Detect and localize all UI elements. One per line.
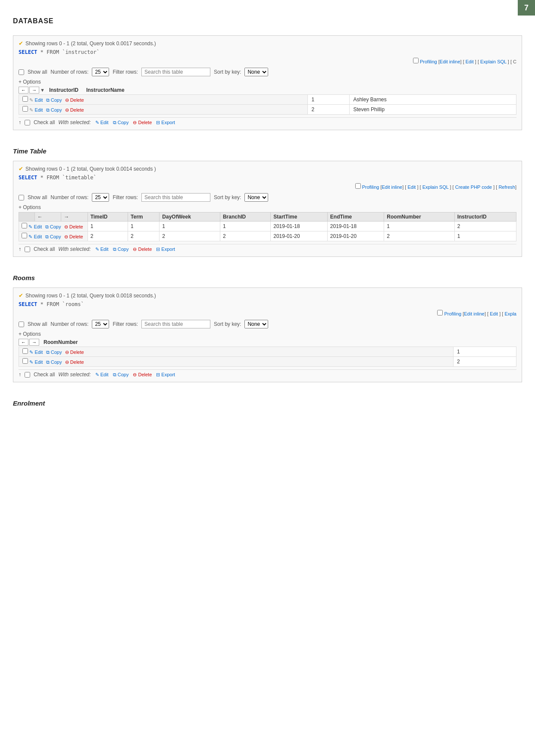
bottom-delete-btn[interactable]: ⊖ Delete: [133, 120, 152, 125]
col-term: Term: [128, 212, 160, 222]
timetable-col-checkbox: [19, 212, 35, 222]
timetable-back-arrow: ↑: [19, 246, 21, 252]
col-instructorid: InstructorID: [454, 212, 516, 222]
instructor-search-input[interactable]: [141, 68, 210, 76]
row-checkbox[interactable]: [22, 233, 27, 238]
delete-link[interactable]: ⊖ Delete: [65, 97, 84, 103]
timetable-copy-btn[interactable]: ⧉ Copy: [113, 247, 129, 252]
instructor-sort-select[interactable]: None: [244, 68, 268, 76]
rooms-heading: Rooms: [13, 274, 522, 281]
row-checkbox[interactable]: [22, 358, 28, 364]
edit-link[interactable]: ✎ Edit: [29, 359, 43, 365]
rooms-checkmark-icon: ✔: [19, 292, 23, 299]
timetable-bottom-bar: ↑ Check all With selected: ✎ Edit ⧉ Copy…: [19, 244, 516, 252]
sort-icon: ▼: [40, 87, 45, 93]
instructor-sql: SELECT * FROM `instructor`: [19, 49, 516, 55]
cell-roomnumber: 1: [454, 347, 516, 357]
check-all-checkbox[interactable]: [25, 120, 30, 125]
nav-right-btn[interactable]: →: [29, 87, 39, 94]
number-of-rows-select[interactable]: 25: [92, 68, 109, 76]
copy-link[interactable]: ⧉ Copy: [46, 107, 62, 112]
row-checkbox[interactable]: [22, 348, 28, 354]
instructor-bottom-bar: ↑ Check all With selected: ✎ Edit ⧉ Copy…: [19, 117, 516, 125]
rooms-copy-btn[interactable]: ⧉ Copy: [113, 372, 129, 378]
col-roomnumber: RoomNumber: [384, 212, 454, 222]
timetable-options[interactable]: + Options: [19, 204, 516, 210]
timetable-check-all[interactable]: [25, 247, 30, 252]
timetable-number-of-rows-select[interactable]: 25: [92, 193, 109, 202]
table-row: ✎ Edit ⧉ Copy ⊖ Delete 2 Steven Phillip: [19, 105, 516, 115]
timetable-show-all-checkbox[interactable]: [19, 195, 24, 200]
timetable-showing-row: ✔ Showing rows 0 - 1 (2 total, Query too…: [19, 166, 516, 172]
rooms-export-btn[interactable]: ⊟ Export: [156, 372, 175, 378]
bottom-edit-btn[interactable]: ✎ Edit: [95, 120, 109, 125]
timetable-search-input[interactable]: [141, 193, 210, 202]
profiling-checkbox[interactable]: [413, 58, 419, 63]
col-header-instructorid: InstructorID: [46, 87, 82, 93]
timetable-nav-right[interactable]: →: [61, 212, 88, 222]
cell-timeid: 1: [88, 222, 128, 231]
rooms-profiling: Profiling [Edit inline] [ Edit ] [ Expla: [19, 310, 516, 316]
delete-link[interactable]: ⊖ Delete: [64, 234, 83, 239]
copy-link[interactable]: ⧉ Copy: [45, 234, 61, 239]
show-all-checkbox[interactable]: [19, 69, 24, 75]
enrolment-section: Enrolment: [13, 400, 522, 407]
bottom-copy-btn[interactable]: ⧉ Copy: [113, 120, 129, 125]
rooms-check-all[interactable]: [25, 372, 30, 378]
cell-term: 1: [128, 222, 160, 231]
row-checkbox[interactable]: [22, 223, 27, 228]
copy-link[interactable]: ⧉ Copy: [46, 350, 62, 355]
rooms-table-nav: ← → RoomNumber: [19, 339, 516, 346]
cell-start: 2019-01-20: [271, 231, 328, 241]
bottom-export-btn[interactable]: ⊟ Export: [156, 120, 175, 125]
cell-room: 2: [384, 231, 454, 241]
delete-link[interactable]: ⊖ Delete: [64, 224, 83, 229]
timetable-profiling: Profiling [Edit inline] [ Edit ] [ Expla…: [19, 183, 516, 190]
rooms-bottom-bar: ↑ Check all With selected: ✎ Edit ⧉ Copy…: [19, 369, 516, 378]
row-actions: ✎ Edit ⧉ Copy ⊖ Delete: [19, 357, 454, 367]
edit-link[interactable]: ✎ Edit: [28, 234, 42, 239]
rooms-profiling-checkbox[interactable]: [437, 310, 443, 316]
rooms-delete-btn[interactable]: ⊖ Delete: [133, 372, 152, 378]
timetable-nav-left[interactable]: ←: [34, 212, 61, 222]
rooms-search-input[interactable]: [141, 320, 210, 328]
row-checkbox[interactable]: [22, 96, 28, 102]
rooms-table: ✎ Edit ⧉ Copy ⊖ Delete 1 ✎ Edit ⧉ Copy ⊖…: [19, 347, 516, 367]
timetable-table: ← → TimeID Term DayOfWeek BranchID Start…: [19, 212, 516, 241]
instructor-profiling: Profiling [Edit inline] [ Edit ] [ Expla…: [19, 58, 516, 64]
row-actions: ✎ Edit ⧉ Copy ⊖ Delete: [19, 95, 308, 105]
rooms-options[interactable]: + Options: [19, 331, 516, 337]
cell-timeid: 2: [88, 231, 128, 241]
rooms-nav-right-btn[interactable]: →: [29, 339, 39, 346]
edit-link[interactable]: ✎ Edit: [28, 224, 42, 229]
rooms-number-of-rows-select[interactable]: 25: [92, 320, 109, 328]
delete-link[interactable]: ⊖ Delete: [65, 359, 84, 365]
edit-link[interactable]: ✎ Edit: [29, 107, 43, 112]
copy-link[interactable]: ⧉ Copy: [46, 359, 62, 365]
delete-link[interactable]: ⊖ Delete: [65, 107, 84, 112]
instructor-controls: Show all Number of rows: 25 Filter rows:…: [19, 68, 516, 76]
rooms-edit-btn[interactable]: ✎ Edit: [95, 372, 109, 378]
edit-link[interactable]: ✎ Edit: [29, 350, 43, 355]
table-row: ✎ Edit ⧉ Copy ⊖ Delete 1 1 1 1 2019-01-1…: [19, 222, 516, 231]
col-header-roomnumber: RoomNumber: [40, 339, 81, 345]
nav-left-btn[interactable]: ←: [19, 87, 28, 94]
timetable-sort-select[interactable]: None: [244, 193, 268, 202]
timetable-heading: Time Table: [13, 147, 522, 155]
copy-link[interactable]: ⧉ Copy: [46, 97, 62, 103]
timetable-edit-btn[interactable]: ✎ Edit: [95, 247, 109, 252]
delete-link[interactable]: ⊖ Delete: [65, 350, 84, 355]
cell-roomnumber: 2: [454, 357, 516, 367]
row-checkbox[interactable]: [22, 106, 28, 112]
edit-link[interactable]: ✎ Edit: [29, 97, 43, 103]
table-row: ✎ Edit ⧉ Copy ⊖ Delete 2 2 2 2 2019-01-2…: [19, 231, 516, 241]
timetable-profiling-checkbox[interactable]: [355, 183, 361, 189]
rooms-showing-row: ✔ Showing rows 0 - 1 (2 total, Query too…: [19, 292, 516, 299]
instructor-options[interactable]: + Options: [19, 79, 516, 85]
copy-link[interactable]: ⧉ Copy: [45, 224, 61, 229]
rooms-nav-left-btn[interactable]: ←: [19, 339, 28, 346]
timetable-delete-btn[interactable]: ⊖ Delete: [133, 247, 152, 252]
rooms-sort-select[interactable]: None: [244, 320, 268, 328]
timetable-export-btn[interactable]: ⊟ Export: [156, 247, 175, 252]
rooms-show-all-checkbox[interactable]: [19, 322, 24, 327]
